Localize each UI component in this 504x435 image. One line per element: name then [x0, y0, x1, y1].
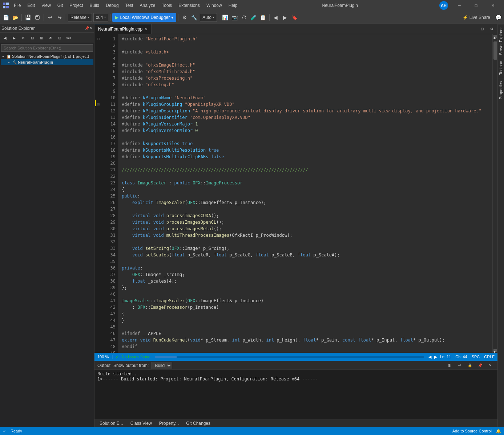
notification-bell-icon[interactable]: 🔔: [496, 429, 501, 434]
se-collapse-btn[interactable]: ⊟: [28, 33, 37, 42]
line-number: 34: [101, 252, 118, 258]
nav-left-icon[interactable]: ◀: [428, 355, 431, 359]
open-file-btn[interactable]: 📂: [11, 13, 20, 22]
diag-btn5[interactable]: 📋: [259, 13, 267, 22]
save-all-btn[interactable]: [33, 13, 42, 22]
configuration-dropdown[interactable]: Release ▾: [68, 13, 92, 22]
nav-right-icon[interactable]: ▶: [434, 355, 437, 359]
zoom-level: 100 %: [97, 355, 109, 359]
redo-btn[interactable]: ↪: [55, 13, 64, 22]
toolbar-btn2[interactable]: 🔧: [190, 13, 198, 22]
output-lock-btn[interactable]: 🔒: [465, 361, 474, 370]
scroll-track[interactable]: [493, 38, 497, 349]
toolbar-right: ⚡ Live Share 💬: [460, 13, 503, 22]
menu-extensions[interactable]: Extensions: [176, 2, 203, 9]
close-button[interactable]: ✕: [484, 0, 501, 11]
solution-node[interactable]: ▾ 📋 Solution 'NeuralFoamPlugin' (1 of 1 …: [1, 53, 93, 59]
svg-rect-1: [6, 3, 9, 5]
output-source-select[interactable]: Build: [152, 362, 172, 369]
window-controls: ─ □ ✕: [451, 0, 501, 11]
horizontal-scroll-track[interactable]: [155, 356, 424, 358]
bookmark-btn[interactable]: 🔖: [290, 13, 299, 22]
menu-tools[interactable]: Tools: [159, 2, 175, 9]
tab-neural-foam-plugin[interactable]: NeuralFoamPlugin.cpp ✕: [94, 24, 152, 34]
fold-icon-2[interactable]: ⊟: [96, 101, 101, 108]
menu-build[interactable]: Build: [87, 2, 102, 9]
output-close-btn[interactable]: ✕: [486, 361, 495, 370]
properties-tab[interactable]: Properties: [498, 78, 504, 102]
bottom-tab-property[interactable]: Property...: [156, 420, 182, 427]
add-source-control[interactable]: Add to Source Control: [452, 429, 492, 433]
feedback-btn[interactable]: 💬: [494, 13, 503, 22]
menu-edit[interactable]: Edit: [24, 2, 38, 9]
menu-help[interactable]: Help: [226, 2, 241, 9]
code-line: {: [122, 186, 489, 193]
se-code-btn[interactable]: </>: [64, 33, 73, 42]
server-explorer-tab[interactable]: Server Explorer: [498, 24, 504, 58]
tab-close-icon[interactable]: ✕: [145, 27, 148, 31]
code-line: public:: [122, 193, 489, 199]
menu-project[interactable]: Project: [66, 2, 86, 9]
se-props-btn[interactable]: ⊞: [37, 33, 46, 42]
se-pin-btn[interactable]: 📌: [85, 26, 89, 30]
menu-git[interactable]: Git: [55, 2, 66, 9]
auto-dropdown[interactable]: Auto ▾: [200, 13, 217, 22]
bottom-tab-solution[interactable]: Solution E...: [96, 420, 127, 427]
menu-test[interactable]: Test: [122, 2, 136, 9]
menu-debug[interactable]: Debug: [103, 2, 121, 9]
se-title: Solution Explorer: [1, 26, 85, 31]
editor-settings-btn[interactable]: ⚙: [487, 25, 496, 33]
se-close-btn[interactable]: ✕: [90, 26, 93, 30]
bottom-tab-classview[interactable]: Class View: [127, 420, 156, 427]
menu-file[interactable]: File: [11, 2, 24, 9]
menu-analyze[interactable]: Analyze: [137, 2, 158, 9]
menu-window[interactable]: Window: [203, 2, 225, 9]
scroll-up-btn[interactable]: ▴: [493, 35, 497, 38]
output-clear-btn[interactable]: 🗑: [445, 361, 454, 370]
diag-btn2[interactable]: 📷: [230, 13, 239, 22]
code-content[interactable]: #include "NeuralFoamPlugin.h"#include <s…: [119, 34, 492, 353]
diag-btn3[interactable]: ⏱: [240, 13, 249, 22]
se-search-input[interactable]: [1, 44, 93, 52]
platform-dropdown[interactable]: x64 ▾: [93, 13, 108, 22]
restore-button[interactable]: □: [468, 0, 484, 11]
project-node[interactable]: ▾ 🔨 NeuralFoamPlugin: [1, 59, 93, 65]
output-header: Output Show output from: Build 🗑 ↵ 🔒 📌 ✕: [94, 361, 497, 370]
se-forward-btn[interactable]: ▶: [10, 33, 19, 42]
toolbox-tab[interactable]: Toolbox: [498, 58, 504, 78]
nav-btn1[interactable]: ◀: [271, 13, 280, 22]
diag-btn4[interactable]: 🧪: [249, 13, 258, 22]
se-filter-btn[interactable]: ⊡: [55, 33, 64, 42]
fold-spacer6: [96, 75, 101, 81]
run-debugger-button[interactable]: ▶ Local Windows Debugger ▾: [112, 13, 176, 22]
se-back-btn[interactable]: ◀: [1, 33, 9, 42]
scroll-down-btn[interactable]: ▾: [493, 349, 497, 352]
save-btn[interactable]: 💾: [24, 13, 32, 22]
live-share-button[interactable]: ⚡ Live Share: [460, 14, 492, 21]
menu-view[interactable]: View: [39, 2, 54, 9]
minimize-button[interactable]: ─: [451, 0, 468, 11]
output-pin-btn[interactable]: 📌: [476, 361, 484, 370]
toolbar-btn1[interactable]: ⚙: [180, 13, 189, 22]
vertical-scrollbar[interactable]: ▴ ▾: [492, 34, 497, 353]
fold-icon-1[interactable]: ⊟: [96, 36, 101, 42]
bottom-tab-gitchanges[interactable]: Git Changes: [182, 420, 214, 427]
code-editor[interactable]: ⊟ ⊟ 123456789101112131415161718192021222…: [94, 34, 497, 353]
fold-spacer7: [96, 81, 101, 88]
new-file-btn[interactable]: 📄: [1, 13, 10, 22]
line-number: 7: [101, 75, 118, 81]
undo-btn[interactable]: ↩: [46, 13, 55, 22]
breakpoint-indicator: [95, 100, 96, 106]
svg-rect-3: [6, 6, 9, 8]
se-view-btn[interactable]: 👁: [46, 33, 55, 42]
status-bar: ✓ Ready Add to Source Control 🔔: [0, 427, 504, 435]
nav-btn2[interactable]: ▶: [281, 13, 290, 22]
code-line: }: [122, 317, 489, 324]
scroll-thumb[interactable]: [493, 41, 497, 60]
output-wrap-btn[interactable]: ↵: [455, 361, 464, 370]
diag-btn1[interactable]: 📊: [221, 13, 230, 22]
horizontal-scroll-thumb[interactable]: [155, 356, 177, 358]
se-refresh-btn[interactable]: ↺: [19, 33, 28, 42]
editor-split-btn[interactable]: ⊡: [478, 25, 487, 33]
line-number: 2: [101, 42, 118, 49]
